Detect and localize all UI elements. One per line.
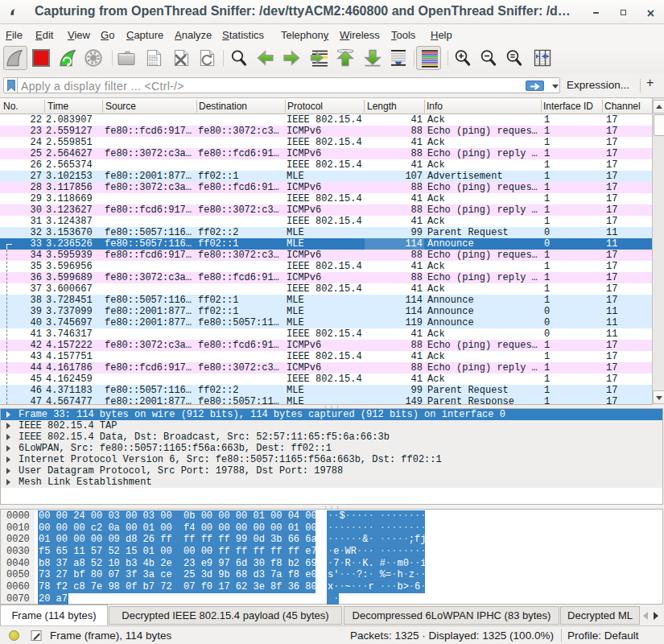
svg-text:0111: 0111 [149, 62, 158, 66]
